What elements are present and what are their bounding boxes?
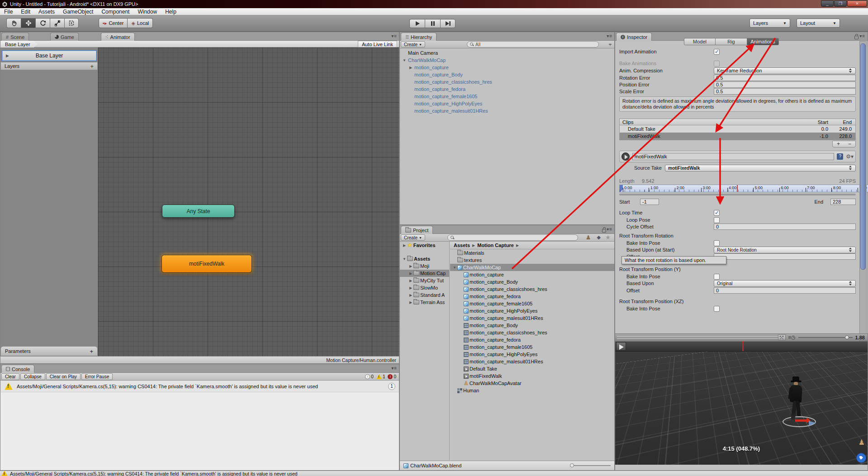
project-tree-item[interactable]: ▼Assets [400, 255, 449, 262]
hierarchy-item[interactable]: ▶motion_capture [400, 64, 614, 71]
animator-graph-canvas[interactable] [98, 48, 399, 356]
create-button[interactable]: Create▼ [401, 234, 425, 241]
project-file-item[interactable]: motion_capture_fedora [450, 336, 614, 343]
status-bar[interactable]: Assets/Moji/General Scripts/Kamera.cs(5,… [0, 471, 868, 476]
preview-speed-slider[interactable] [798, 337, 853, 338]
panel-menu-icon[interactable]: ▾≡ [391, 33, 397, 38]
hierarchy-item[interactable]: motion_capture_classicshoes_hres [400, 78, 614, 86]
menu-file[interactable]: File [0, 9, 17, 15]
project-file-item[interactable]: Human [450, 387, 614, 394]
rtpy-offset-field[interactable]: 0 [714, 287, 856, 294]
tab-game[interactable]: Game [50, 33, 79, 41]
triangle-right-icon[interactable]: ▶ [408, 293, 413, 297]
scale-error-field[interactable]: 0.5 [714, 88, 856, 95]
inspector-scrollbar[interactable] [859, 41, 867, 343]
triangle-right-icon[interactable]: ▶ [408, 66, 413, 70]
project-tree-item[interactable]: ▶SlowMo [400, 284, 449, 291]
favorites-star-icon[interactable]: ★ [605, 234, 611, 241]
project-file-item[interactable]: Materials [450, 249, 614, 257]
tab-project[interactable]: Project [401, 226, 433, 234]
loop-time-checkbox[interactable] [714, 210, 720, 216]
tab-scene[interactable]: #Scene [1, 33, 29, 41]
tab-hierarchy[interactable]: ☰Hierarchy [401, 33, 436, 41]
triangle-right-icon[interactable]: ▶ [408, 286, 413, 290]
hierarchy-item[interactable]: motion_capture_fedora [400, 86, 614, 93]
project-tree-item[interactable]: ▶Terrain Ass [400, 299, 449, 306]
preview-playhead[interactable] [742, 341, 744, 351]
add-clip-button[interactable]: + [833, 141, 844, 147]
add-parameter-button[interactable]: + [90, 348, 93, 355]
triangle-right-icon[interactable]: ▶ [408, 264, 413, 268]
menu-component[interactable]: Component [97, 9, 133, 15]
clear-button[interactable]: Clear [1, 373, 19, 380]
rtpxz-bake-checkbox[interactable] [714, 306, 720, 312]
rect-tool-button[interactable] [64, 18, 79, 28]
panel-menu-icon[interactable]: ▾≡ [607, 227, 612, 232]
rotate-tool-button[interactable] [35, 18, 50, 28]
project-tree-item[interactable]: ▶MyCity Tut [400, 277, 449, 284]
project-file-item[interactable]: motion_capture_female1605 [450, 343, 614, 351]
clear-on-play-button[interactable]: Clear on Play [46, 373, 81, 380]
menu-help[interactable]: Help [161, 9, 180, 15]
project-file-item[interactable]: textures [450, 257, 614, 264]
clip-name-field[interactable]: motiFixedWalk [632, 153, 834, 160]
clip-range-bar[interactable] [619, 194, 856, 195]
project-file-item[interactable]: ▼CharWalkMoCap [450, 264, 614, 271]
clip-row[interactable]: Default Take0.0249.0 [620, 125, 855, 133]
pan-tool-button[interactable] [6, 18, 21, 28]
project-file-item[interactable]: motion_capture_malesuit01HRes [450, 358, 614, 365]
pivot-axis-icon[interactable]: ⤱ [778, 334, 786, 340]
pause-button[interactable] [425, 19, 440, 28]
error-pause-button[interactable]: Error Pause [81, 373, 113, 380]
search-by-type-icon[interactable]: ♟ [586, 235, 591, 240]
scale-tool-button[interactable] [50, 18, 64, 28]
project-file-item[interactable]: motion_capture_Body [450, 278, 614, 286]
hierarchy-item[interactable]: ▼CharWalkMoCap [400, 57, 614, 64]
rtpy-based-upon-dropdown[interactable]: Original [714, 280, 856, 287]
loop-pose-checkbox[interactable] [714, 217, 720, 223]
base-layer-item[interactable]: ▶Base Layer [2, 50, 97, 61]
breadcrumb[interactable]: Base Layer [0, 41, 38, 48]
hierarchy-search-input[interactable]: All [467, 41, 599, 48]
layers-dropdown[interactable]: Layers▼ [749, 19, 790, 28]
panel-menu-icon[interactable]: ▾≡ [607, 33, 612, 38]
project-file-item[interactable]: ♟CharWalkMoCapAvatar [450, 380, 614, 387]
project-file-item[interactable]: motion_capture_classicshoes_hres [450, 286, 614, 293]
gear-icon[interactable]: ⚙▾ [846, 153, 854, 160]
start-field[interactable]: -1 [640, 199, 659, 205]
maximize-button[interactable]: ❐ [834, 0, 847, 7]
cycle-offset-field[interactable]: 0 [714, 224, 856, 230]
end-field[interactable]: 228 [830, 199, 856, 205]
project-file-item[interactable]: motion_capture_classicshoes_hres [450, 329, 614, 336]
triangle-down-icon[interactable]: ▼ [402, 257, 407, 261]
avatar-pivot-icon[interactable]: ♟ [859, 438, 865, 447]
tab-rig[interactable]: Rig [716, 38, 747, 45]
pivot-local-button[interactable]: ◈Local [128, 18, 153, 28]
hierarchy-item[interactable]: motion_capture_female1605 [400, 93, 614, 100]
step-button[interactable] [440, 19, 455, 28]
import-animation-checkbox[interactable] [714, 49, 720, 55]
clip-start-handle[interactable] [620, 185, 623, 192]
parameters-tab[interactable]: Parameters+ [0, 346, 98, 356]
project-file-item[interactable]: motiFixedWalk [450, 372, 614, 380]
triangle-right-icon[interactable]: ▶ [402, 243, 407, 248]
hierarchy-item[interactable]: motion_capture_malesuit01HRes [400, 107, 614, 114]
rtr-bake-checkbox[interactable] [714, 240, 720, 246]
layout-dropdown[interactable]: Layout▼ [797, 19, 840, 28]
info-count[interactable]: !0 [365, 374, 374, 379]
hierarchy-item[interactable]: motion_capture_Body [400, 71, 614, 78]
help-icon[interactable]: ? [837, 153, 843, 160]
project-file-item[interactable]: motion_capture_HighPolyEyes [450, 351, 614, 358]
close-button[interactable]: ✕ [847, 0, 867, 7]
breadcrumb-assets[interactable]: Assets [454, 243, 470, 248]
anim-compression-dropdown[interactable]: Keyframe Reduction [714, 67, 856, 74]
tab-model[interactable]: Model [684, 38, 716, 45]
rtr-offset-field[interactable] [714, 253, 856, 260]
lock-icon[interactable] [602, 227, 606, 233]
source-take-dropdown[interactable]: motiFixedWalk [665, 165, 856, 171]
animation-preview-viewport[interactable]: 4:15 (048.7%) ♟ [615, 341, 868, 465]
menu-edit[interactable]: Edit [17, 9, 34, 15]
lock-icon[interactable] [854, 34, 859, 40]
timeline-playhead[interactable] [737, 185, 738, 192]
any-state-node[interactable]: Any State [162, 205, 235, 218]
